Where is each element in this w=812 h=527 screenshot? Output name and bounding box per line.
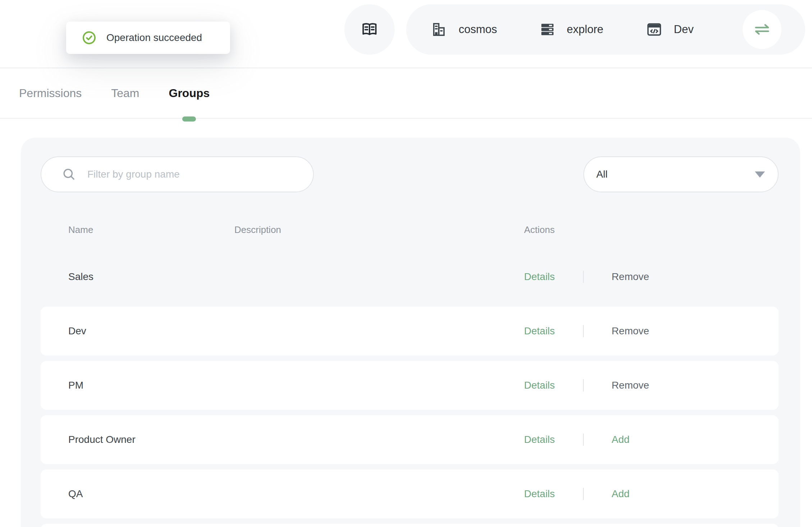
group-name: Sales <box>68 271 234 283</box>
table-header: Name Description Actions <box>41 223 779 236</box>
toast-success: Operation succeeded <box>66 22 230 54</box>
row-actions: Details Add <box>524 434 779 446</box>
add-link[interactable]: Add <box>612 434 630 445</box>
table-row: QA Details Add <box>41 469 779 518</box>
details-link[interactable]: Details <box>524 434 555 445</box>
group-name: QA <box>68 488 234 500</box>
actions-divider <box>583 488 584 500</box>
column-header-actions: Actions <box>524 224 779 235</box>
table-row-partial <box>41 524 779 527</box>
tab-groups[interactable]: Groups <box>169 68 210 119</box>
row-actions: Details Add <box>524 488 779 500</box>
actions-divider <box>583 271 584 283</box>
group-filter-input[interactable] <box>87 169 289 180</box>
nav-item-workspace[interactable]: explore <box>540 22 604 37</box>
column-header-description: Description <box>234 224 524 235</box>
tab-team[interactable]: Team <box>111 68 139 119</box>
nav-label-workspace: explore <box>567 23 604 36</box>
actions-divider <box>583 434 584 446</box>
table-row: Dev Details Remove <box>41 307 779 356</box>
row-actions: Details Remove <box>524 271 779 283</box>
column-header-name: Name <box>68 224 234 235</box>
actions-divider <box>583 379 584 391</box>
docs-button[interactable] <box>344 4 395 55</box>
actions-divider <box>583 325 584 337</box>
group-filter-searchbox[interactable] <box>41 156 314 192</box>
table-row: PM Details Remove <box>41 361 779 410</box>
details-link[interactable]: Details <box>524 488 555 500</box>
context-switcher: cosmos explore Dev <box>406 4 805 55</box>
nav-item-environment[interactable]: Dev <box>646 21 694 38</box>
swap-arrows-icon <box>752 20 772 39</box>
tab-permissions[interactable]: Permissions <box>19 68 82 119</box>
filter-bar: All <box>41 156 779 192</box>
nav-label-environment: Dev <box>674 23 694 36</box>
group-name: Dev <box>68 325 234 337</box>
tab-bar: Permissions Team Groups <box>0 68 812 119</box>
nav-item-organization[interactable]: cosmos <box>431 21 497 38</box>
remove-link[interactable]: Remove <box>612 271 649 283</box>
details-link[interactable]: Details <box>524 271 555 283</box>
code-window-icon <box>646 21 662 38</box>
group-name: PM <box>68 380 234 391</box>
toast-message: Operation succeeded <box>106 32 202 43</box>
open-book-icon <box>361 21 378 38</box>
add-link[interactable]: Add <box>612 488 630 500</box>
search-icon <box>61 167 77 182</box>
dropdown-selected-value: All <box>596 169 607 180</box>
row-actions: Details Remove <box>524 325 779 337</box>
group-rows: Sales Details Remove Dev Details Remove … <box>41 252 779 527</box>
building-icon <box>431 21 447 38</box>
groups-panel: All Name Description Actions Sales Detai… <box>21 138 800 527</box>
details-link[interactable]: Details <box>524 380 555 391</box>
switch-context-button[interactable] <box>743 10 781 49</box>
nav-label-organization: cosmos <box>459 23 497 36</box>
caret-down-icon <box>755 171 765 178</box>
remove-link[interactable]: Remove <box>612 380 649 391</box>
table-row: Product Owner Details Add <box>41 415 779 464</box>
remove-link[interactable]: Remove <box>612 325 649 337</box>
table-row: Sales Details Remove <box>41 252 779 301</box>
row-actions: Details Remove <box>524 379 779 391</box>
group-name: Product Owner <box>68 434 234 445</box>
check-circle-icon <box>82 31 96 45</box>
details-link[interactable]: Details <box>524 325 555 337</box>
group-type-dropdown[interactable]: All <box>583 156 779 192</box>
server-stack-icon <box>540 22 555 37</box>
